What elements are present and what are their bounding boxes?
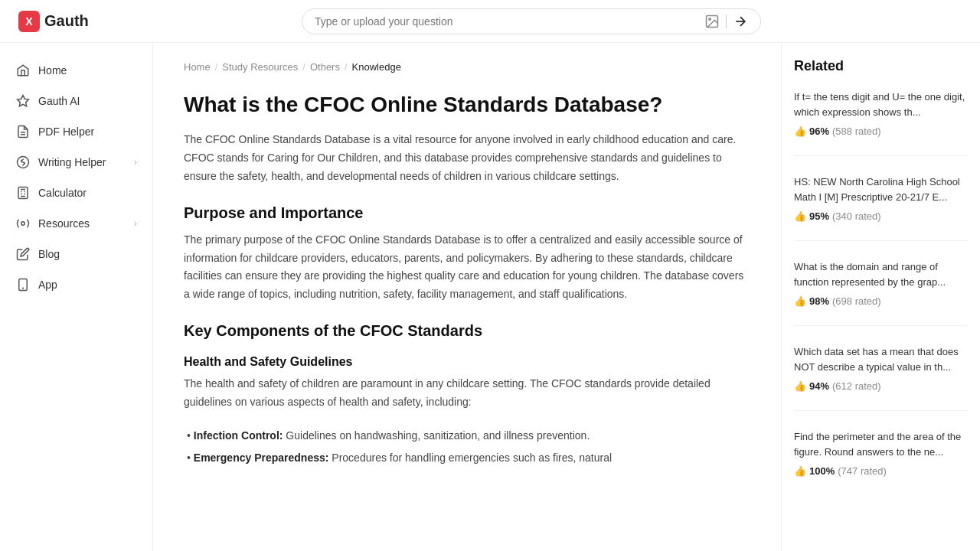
bullet-term: Emergency Preparedness: bbox=[194, 452, 329, 464]
article-title: What is the CFOC Online Standards Databa… bbox=[184, 91, 750, 119]
bullet-text: Procedures for handling emergencies such… bbox=[332, 452, 612, 464]
bullet-term: Infection Control: bbox=[194, 429, 283, 442]
resources-icon bbox=[15, 216, 31, 231]
breadcrumb-sep: / bbox=[345, 61, 348, 73]
thumbs-up-icon: 👍 bbox=[794, 380, 806, 392]
rating: 👍 95% (340 rated) bbox=[794, 210, 968, 222]
rating: 👍 100% (747 rated) bbox=[794, 465, 968, 477]
bullet-item: Infection Control: Guidelines on handwas… bbox=[184, 427, 750, 445]
sidebar-item-label: Home bbox=[38, 64, 137, 77]
blog-icon bbox=[15, 246, 31, 262]
logo-icon: X bbox=[18, 11, 40, 32]
rating-pct: 96% bbox=[809, 126, 829, 137]
bullet-item: Emergency Preparedness: Procedures for h… bbox=[184, 449, 750, 468]
sidebar-item-blog[interactable]: Blog bbox=[0, 239, 152, 269]
chevron-right-icon: › bbox=[134, 218, 137, 229]
thumbs-up-icon: 👍 bbox=[794, 295, 806, 307]
bullet-text: Guidelines on handwashing, sanitization,… bbox=[286, 429, 590, 442]
related-card-1[interactable]: If t= the tens digit and U= the one digi… bbox=[794, 90, 968, 156]
sidebar-item-app[interactable]: App bbox=[0, 269, 152, 300]
search-divider bbox=[726, 15, 727, 28]
sidebar-item-label: Blog bbox=[38, 248, 137, 260]
rating-pct: 95% bbox=[809, 210, 829, 222]
svg-point-1 bbox=[709, 18, 711, 19]
rating-pct: 98% bbox=[809, 295, 829, 307]
rating: 👍 96% (588 rated) bbox=[794, 126, 968, 137]
chevron-right-icon: › bbox=[134, 157, 137, 168]
logo-text: Gauth bbox=[44, 12, 89, 30]
sidebar-item-label: Writing Helper bbox=[38, 156, 126, 168]
related-card-text: Find the perimeter and the area of the f… bbox=[794, 429, 968, 459]
sidebar-item-calculator[interactable]: Calculator bbox=[0, 178, 152, 208]
sidebar-item-gauth-ai[interactable]: Gauth AI bbox=[0, 86, 152, 116]
related-card-4[interactable]: Which data set has a mean that does NOT … bbox=[794, 344, 968, 411]
related-heading: Related bbox=[794, 58, 968, 74]
section1-body: The primary purpose of the CFOC Online S… bbox=[184, 231, 750, 304]
rating-pct: 100% bbox=[809, 465, 835, 477]
rating-pct: 94% bbox=[809, 380, 829, 392]
breadcrumb-sep: / bbox=[302, 61, 305, 73]
image-upload-button[interactable] bbox=[704, 14, 720, 29]
article-intro: The CFOC Online Standards Database is a … bbox=[184, 131, 750, 185]
topnav: X Gauth bbox=[0, 0, 980, 43]
search-bar bbox=[302, 8, 761, 34]
article: What is the CFOC Online Standards Databa… bbox=[184, 91, 750, 468]
section2-heading: Key Components of the CFOC Standards bbox=[184, 322, 750, 340]
rating-count: (588 rated) bbox=[832, 126, 881, 137]
thumbs-up-icon: 👍 bbox=[794, 210, 806, 222]
breadcrumb: Home / Study Resources / Others / Knowle… bbox=[184, 61, 750, 73]
sidebar-item-label: PDF Helper bbox=[38, 126, 137, 138]
sidebar-item-pdf-helper[interactable]: PDF Helper bbox=[0, 116, 152, 147]
sidebar-item-label: Gauth AI bbox=[38, 95, 137, 107]
related-card-text: HS: NEW North Carolina High School Math … bbox=[794, 174, 968, 204]
svg-marker-3 bbox=[18, 96, 29, 106]
rating-count: (698 rated) bbox=[832, 295, 881, 307]
svg-point-16 bbox=[21, 222, 25, 226]
thumbs-up-icon: 👍 bbox=[794, 465, 806, 477]
breadcrumb-current: Knowledge bbox=[352, 61, 401, 73]
breadcrumb-home[interactable]: Home bbox=[184, 61, 211, 73]
related-card-3[interactable]: What is the domain and range of function… bbox=[794, 259, 968, 326]
section1-heading: Purpose and Importance bbox=[184, 204, 750, 222]
sidebar: Home Gauth AI PDF Helper bbox=[0, 43, 153, 551]
thumbs-up-icon: 👍 bbox=[794, 126, 806, 137]
sidebar-item-label: Calculator bbox=[38, 187, 137, 199]
rating-count: (612 rated) bbox=[832, 380, 881, 392]
rating: 👍 94% (612 rated) bbox=[794, 380, 968, 392]
rating: 👍 98% (698 rated) bbox=[794, 295, 968, 307]
breadcrumb-others[interactable]: Others bbox=[310, 61, 340, 73]
writing-icon bbox=[15, 155, 31, 170]
sidebar-item-writing-helper[interactable]: Writing Helper › bbox=[0, 147, 152, 178]
sidebar-item-label: App bbox=[38, 279, 137, 291]
logo[interactable]: X Gauth bbox=[18, 11, 89, 32]
breadcrumb-study-resources[interactable]: Study Resources bbox=[222, 61, 298, 73]
sidebar-item-label: Resources bbox=[38, 217, 126, 230]
search-submit-button[interactable] bbox=[733, 14, 748, 29]
layout: Home Gauth AI PDF Helper bbox=[0, 43, 980, 551]
app-icon bbox=[15, 277, 31, 292]
calculator-icon bbox=[15, 185, 31, 201]
main-content: Home / Study Resources / Others / Knowle… bbox=[153, 43, 781, 551]
subsection-heading: Health and Safety Guidelines bbox=[184, 355, 750, 369]
related-card-2[interactable]: HS: NEW North Carolina High School Math … bbox=[794, 174, 968, 241]
pdf-icon bbox=[15, 124, 31, 139]
related-card-5[interactable]: Find the perimeter and the area of the f… bbox=[794, 429, 968, 495]
related-card-text: What is the domain and range of function… bbox=[794, 259, 968, 289]
rating-count: (747 rated) bbox=[838, 465, 887, 477]
related-panel: Related If t= the tens digit and U= the … bbox=[781, 43, 980, 551]
search-input[interactable] bbox=[315, 15, 698, 28]
related-card-text: If t= the tens digit and U= the one digi… bbox=[794, 90, 968, 119]
related-card-text: Which data set has a mean that does NOT … bbox=[794, 344, 968, 374]
sparkle-icon bbox=[15, 93, 31, 109]
subsection-body: The health and safety of children are pa… bbox=[184, 375, 750, 412]
sidebar-item-resources[interactable]: Resources › bbox=[0, 208, 152, 239]
home-icon bbox=[15, 63, 31, 78]
subsection-bullets: Infection Control: Guidelines on handwas… bbox=[184, 427, 750, 468]
rating-count: (340 rated) bbox=[832, 210, 881, 222]
sidebar-item-home[interactable]: Home bbox=[0, 55, 152, 86]
breadcrumb-sep: / bbox=[215, 61, 218, 73]
